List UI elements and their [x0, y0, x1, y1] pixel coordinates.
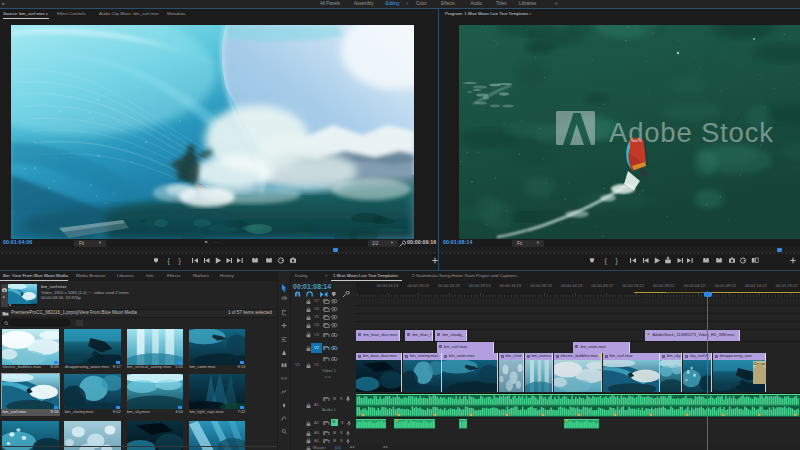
svg-text:}: } — [616, 257, 619, 265]
svg-text:}: } — [179, 257, 182, 265]
svg-text:Adobe Stock: Adobe Stock — [609, 117, 774, 148]
svg-text:{: { — [605, 257, 608, 265]
svg-text:{: { — [168, 257, 171, 265]
